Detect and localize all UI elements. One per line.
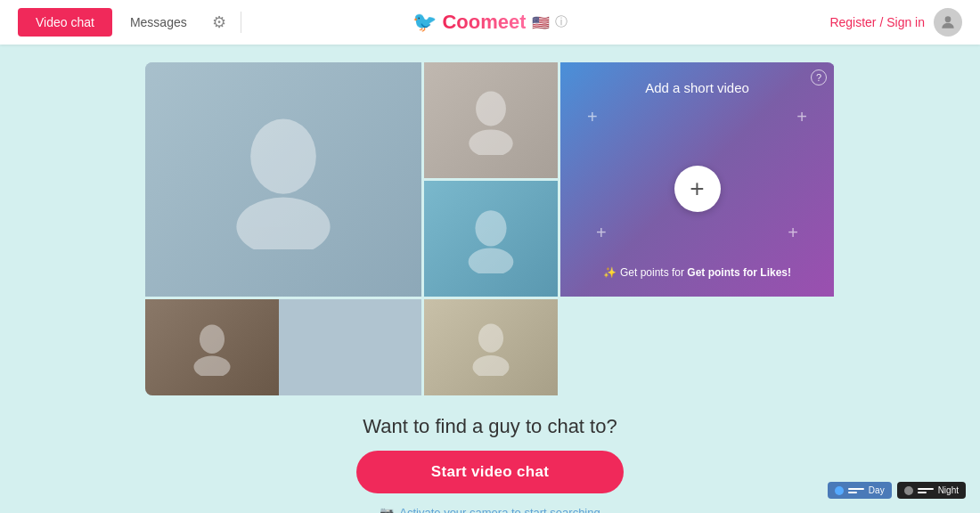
add-video-panel: ? Add a short video + + + + + ✨ Get poin… [560,62,834,297]
photo-cell-3 [424,181,558,297]
svg-point-6 [469,248,514,273]
help-icon[interactable]: ? [811,69,827,86]
svg-point-7 [200,324,225,353]
person-photo-5 [424,299,558,395]
start-video-chat-button[interactable]: Start video chat [356,451,624,493]
logo-info-icon[interactable]: ⓘ [555,14,568,30]
cta-heading: Want to find a guy to chat to? [363,415,617,438]
tab-video-chat[interactable]: Video chat [18,8,112,37]
night-toggle[interactable]: Night [897,482,966,499]
night-line-1 [918,488,934,490]
face-silhouette-1 [200,110,366,250]
get-points-label: ✨ Get points for Get points for Likes! [603,266,791,279]
user-icon [939,13,957,31]
activate-camera-link[interactable]: Activate your camera to start searching [399,506,600,513]
tab-messages[interactable]: Messages [112,8,205,37]
photo-cell-5 [424,299,558,395]
camera-icon: 📷 [380,506,394,513]
header: Video chat Messages ⚙ 🐦 Coomeet 🇺🇸 ⓘ Reg… [0,0,980,45]
svg-point-9 [478,323,503,352]
svg-point-3 [476,92,506,126]
logo-flag: 🇺🇸 [532,14,550,31]
svg-point-1 [250,118,316,193]
photo-grid: ? Add a short video + + + + + ✨ Get poin… [145,62,835,395]
header-right: Register / Sign in [829,8,962,37]
night-label: Night [938,485,959,495]
cta-section: Want to find a guy to chat to? Start vid… [356,415,624,513]
night-dot [904,486,913,495]
face-silhouette-3 [451,204,531,273]
dot-tl: + [587,107,598,127]
get-points-text: Get points for Get points for Likes! [620,266,791,279]
person-photo-3 [424,181,558,297]
main-content: ? Add a short video + + + + + ✨ Get poin… [0,45,980,513]
svg-point-8 [193,355,230,376]
sparkle-icon: ✨ [603,266,617,279]
add-video-button[interactable]: + [674,166,721,212]
logo-bird-icon: 🐦 [412,11,437,34]
settings-icon[interactable]: ⚙ [205,12,233,32]
night-line-2 [918,492,927,493]
logo-area: 🐦 Coomeet 🇺🇸 ⓘ [412,11,567,34]
add-video-title: Add a short video [645,80,749,95]
header-left: Video chat Messages ⚙ [18,8,249,37]
avatar[interactable] [934,8,962,37]
day-toggle[interactable]: Day [828,482,892,499]
night-lines [918,488,934,493]
photo-cell-4 [145,299,421,395]
day-line-2 [848,492,857,493]
svg-point-0 [945,16,951,22]
face-silhouette-2 [451,86,531,155]
register-signin-link[interactable]: Register / Sign in [829,15,925,29]
svg-point-2 [236,197,330,249]
likes-text: Get points for Likes! [687,266,791,279]
dot-bl: + [596,223,607,243]
svg-point-10 [472,355,509,377]
logo-text: Coomeet [442,11,526,34]
svg-point-5 [475,210,506,246]
day-dot [835,486,844,495]
day-lines [848,488,864,493]
person-photo-4 [145,299,279,395]
dot-tr: + [796,107,807,127]
camera-hint: 📷 Activate your camera to start searchin… [380,506,600,513]
header-divider [241,12,241,33]
svg-point-4 [469,129,512,155]
nav-tabs: Video chat Messages ⚙ [18,8,249,37]
day-line-1 [848,488,864,490]
plus-icon: + [690,176,704,201]
dot-br: + [788,223,798,243]
face-silhouette-5 [451,319,531,377]
face-silhouette-4 [172,319,252,377]
photo-cell-2 [424,62,558,178]
person-photo-2 [424,62,558,178]
theme-toggle: Day Night [828,482,966,499]
day-label: Day [869,485,885,495]
person-photo-1 [145,62,421,297]
photo-cell-1 [145,62,421,297]
